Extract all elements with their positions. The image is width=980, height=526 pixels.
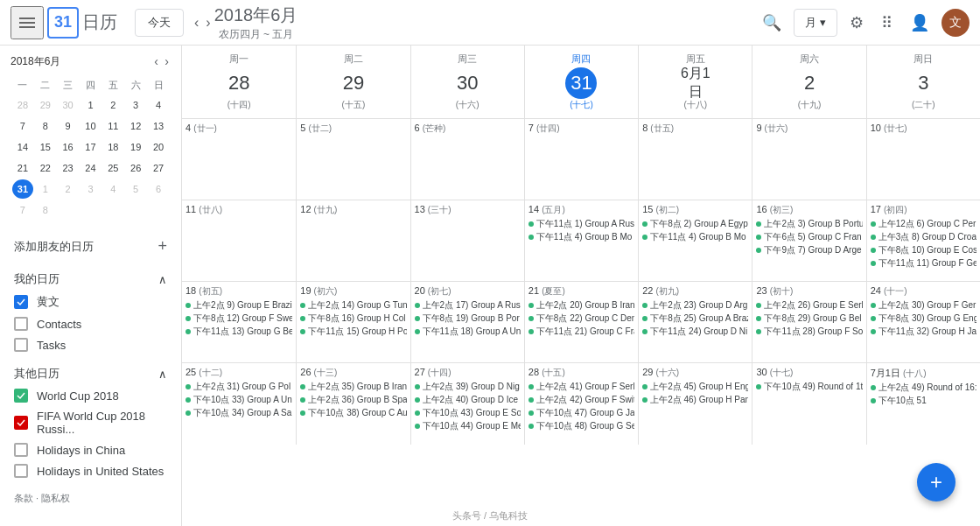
calendar-checkbox-huangwen[interactable]	[14, 295, 28, 309]
mini-cal-day[interactable]: 24	[80, 158, 102, 178]
calendar-cell[interactable]: 16 (初三) 上午2点 3) Group B Portu 下午6点 5) Gr…	[752, 200, 865, 281]
mini-cal-day[interactable]: 25	[102, 158, 123, 178]
calendar-checkbox-tasks[interactable]	[14, 338, 28, 352]
calendar-cell[interactable]: 29 (十六) 上午2点 45) Group H Eng 上午2点 46) Gr…	[638, 363, 752, 445]
event-item[interactable]: 下午10点 49) Round of 1t	[756, 381, 862, 393]
calendar-checkbox-holidays-china[interactable]	[14, 443, 28, 457]
calendar-cell[interactable]: 19 (初六) 上午2点 14) Group G Tun 下午8点 16) Gr…	[296, 282, 410, 362]
event-item[interactable]: 上午2点 31) Group G Pol	[186, 381, 292, 393]
event-item[interactable]: 下午10点 48) Group G Se	[528, 420, 634, 432]
mini-cal-day[interactable]: 10	[80, 116, 102, 136]
sidebar-item-tasks[interactable]: Tasks	[0, 334, 181, 355]
mini-cal-day[interactable]: 12	[125, 116, 146, 136]
mini-cal-day[interactable]: 23	[58, 158, 79, 178]
event-item[interactable]: 下午10点 43) Group E So	[415, 407, 521, 419]
my-calendars-header[interactable]: 我的日历 ∧	[0, 268, 181, 291]
sidebar-item-contacts[interactable]: Contacts	[0, 313, 181, 334]
mini-cal-day[interactable]: 1	[80, 95, 102, 115]
event-item[interactable]: 上午2点 45) Group H Eng	[642, 381, 748, 393]
event-item[interactable]: 上午2点 49) Round of 16:	[871, 382, 976, 394]
event-item[interactable]: 下午8点 10) Group E Cos	[871, 244, 976, 256]
calendar-cell[interactable]: 28 (十五) 上午2点 41) Group F Serb 上午2点 42) G…	[524, 363, 638, 445]
mini-cal-day[interactable]: 14	[12, 137, 33, 157]
calendar-checkbox-contacts[interactable]	[14, 317, 28, 331]
event-item[interactable]: 下午11点 4) Group B Mo	[528, 231, 634, 243]
mini-cal-next[interactable]: ›	[163, 53, 171, 70]
calendar-cell[interactable]: 11 (廿八)	[182, 200, 296, 281]
event-item[interactable]: 下午11点 24) Group D Ni	[642, 326, 748, 338]
add-friend-button[interactable]: +	[158, 237, 167, 256]
calendar-cell[interactable]: 9 (廿六)	[752, 119, 865, 200]
event-item[interactable]: 下午11点 4) Group B Mo	[642, 231, 748, 243]
event-item[interactable]: 上午2点 17) Group A Rus	[415, 299, 521, 312]
calendar-cell[interactable]: 25 (十二) 上午2点 31) Group G Pol 下午10点 33) G…	[182, 363, 296, 445]
event-item[interactable]: 下午8点 25) Group A Braz	[642, 312, 748, 325]
mini-cal-day-today[interactable]: 31	[12, 179, 33, 199]
account-button[interactable]: 👤	[905, 8, 934, 38]
calendar-cell[interactable]: 6 (芒种)	[410, 119, 524, 200]
event-item[interactable]: 下午11点 15) Group H Po	[300, 326, 406, 338]
mini-cal-day[interactable]: 27	[148, 158, 169, 178]
calendar-checkbox-fifa[interactable]	[14, 416, 28, 430]
mini-cal-day[interactable]: 4	[102, 179, 123, 199]
mini-cal-day[interactable]: 29	[35, 95, 56, 115]
event-item[interactable]: 上午2点 26) Group E Serb	[756, 299, 862, 312]
calendar-cell[interactable]: 24 (十一) 上午2点 30) Group F Gerr 下午8点 30) G…	[866, 282, 980, 362]
event-item[interactable]: 下午10点 47) Group G Ja	[528, 407, 634, 419]
event-item[interactable]: 上午2点 14) Group G Tun	[300, 299, 406, 312]
sidebar-item-huangwen[interactable]: 黄文	[0, 291, 181, 313]
calendar-checkbox-worldcup2018[interactable]	[14, 389, 28, 403]
mini-cal-day[interactable]: 21	[12, 158, 33, 178]
event-item[interactable]: 上午2点 46) Group H Pan	[642, 394, 748, 406]
event-item[interactable]: 上午2点 42) Group F Swit	[528, 394, 634, 406]
event-item[interactable]: 下午10点 33) Group A Un	[186, 394, 292, 406]
event-item[interactable]: 上午2点 30) Group F Gerr	[871, 299, 976, 312]
calendar-cell[interactable]: 14 (五月) 下午11点 1) Group A Rus 下午11点 4) Gr…	[524, 200, 638, 281]
mini-cal-day[interactable]: 18	[102, 137, 123, 157]
mini-cal-day[interactable]: 19	[125, 137, 146, 157]
event-item[interactable]: 下午10点 38) Group C Au	[300, 407, 406, 419]
mini-cal-day[interactable]: 7	[12, 116, 33, 136]
sidebar-item-fifa[interactable]: FIFA World Cup 2018 Russi...	[0, 406, 181, 439]
event-item[interactable]: 下午9点 7) Group D Arge	[756, 244, 862, 256]
other-calendars-header[interactable]: 其他日历 ∧	[0, 362, 181, 385]
event-item[interactable]: 下午8点 29) Group G Bel	[756, 312, 862, 325]
mini-cal-day[interactable]: 2	[102, 95, 123, 115]
apps-button[interactable]: ⠿	[876, 8, 898, 38]
event-item[interactable]: 上午3点 8) Group D Croa	[871, 231, 976, 243]
mini-cal-day[interactable]: 5	[125, 179, 146, 199]
add-friend-section[interactable]: 添加朋友的日历 +	[0, 228, 181, 264]
calendar-cell[interactable]: 23 (初十) 上午2点 26) Group E Serb 下午8点 29) G…	[752, 282, 865, 362]
event-item[interactable]: 上午2点 9) Group E Brazi	[186, 299, 292, 312]
sidebar-item-holidays-us[interactable]: Holidays in United States	[0, 460, 181, 481]
prev-month-button[interactable]: ‹	[191, 10, 202, 36]
mini-cal-day[interactable]: 3	[125, 95, 146, 115]
mini-cal-prev[interactable]: ‹	[152, 53, 160, 70]
calendar-cell[interactable]: 5 (廿二)	[296, 119, 410, 200]
calendar-cell[interactable]: 13 (三十)	[410, 200, 524, 281]
mini-cal-day[interactable]: 22	[35, 158, 56, 178]
calendar-cell[interactable]: 18 (初五) 上午2点 9) Group E Brazi 下午8点 12) G…	[182, 282, 296, 362]
event-item[interactable]: 下午11点 11) Group F Ge	[871, 257, 976, 270]
mini-cal-day[interactable]: 15	[35, 137, 56, 157]
mini-cal-day[interactable]: 8	[35, 200, 56, 220]
mini-cal-day[interactable]: 6	[148, 179, 169, 199]
event-item[interactable]: 上午2点 3) Group B Portu	[756, 218, 862, 230]
event-item[interactable]: 下午11点 21) Group C Fra	[528, 326, 634, 338]
mini-cal-day[interactable]: 16	[58, 137, 79, 157]
event-item[interactable]: 下午8点 30) Group G Eng	[871, 312, 976, 325]
mini-cal-day[interactable]: 1	[35, 179, 56, 199]
mini-cal-day[interactable]: 8	[35, 116, 56, 136]
mini-cal-day[interactable]: 26	[125, 158, 146, 178]
calendar-cell[interactable]: 30 (十七) 下午10点 49) Round of 1t	[752, 363, 865, 445]
mini-cal-day[interactable]: 7	[12, 200, 33, 220]
event-item[interactable]: 下午10点 51	[871, 395, 976, 407]
calendar-cell[interactable]: 27 (十四) 上午2点 39) Group D Nig 上午2点 40) Gr…	[410, 363, 524, 445]
calendar-cell[interactable]: 7 (廿四)	[524, 119, 638, 200]
event-item[interactable]: 上午2点 39) Group D Nig	[415, 381, 521, 393]
event-item[interactable]: 下午11点 1) Group A Rus	[528, 218, 634, 230]
event-item[interactable]: 下午8点 19) Group B Por	[415, 312, 521, 325]
settings-button[interactable]: ⚙	[844, 8, 869, 38]
calendar-cell[interactable]: 20 (初七) 上午2点 17) Group A Rus 下午8点 19) Gr…	[410, 282, 524, 362]
event-item[interactable]: 上午2点 41) Group F Serb	[528, 381, 634, 393]
